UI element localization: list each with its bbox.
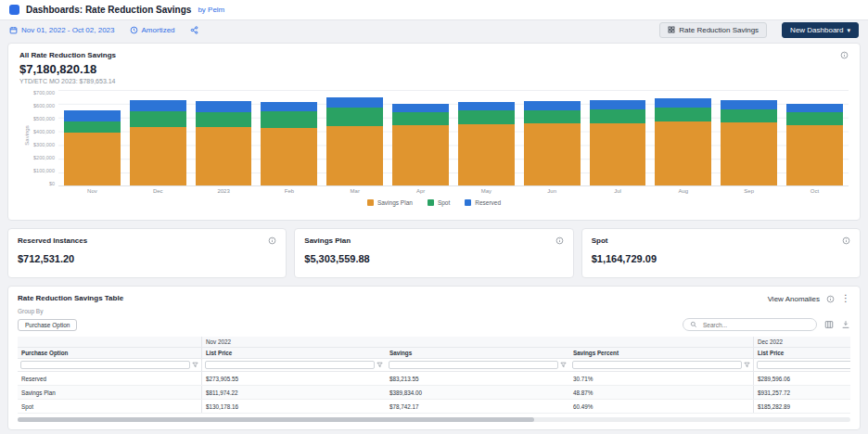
dashboard-select-label: Rate Reduction Savings [679, 26, 759, 34]
info-icon[interactable] [826, 295, 835, 303]
bar-segment-savings-plan[interactable] [392, 125, 449, 185]
bar-segment-reserved[interactable] [392, 104, 449, 112]
download-icon[interactable] [841, 320, 850, 329]
amortized-toggle[interactable]: Amortized [130, 26, 175, 34]
bar-segment-reserved[interactable] [326, 97, 383, 108]
data-cell: 60.49% [569, 400, 754, 414]
bar-segment-savings-plan[interactable] [721, 122, 777, 185]
bar-aug[interactable] [655, 90, 711, 185]
bar-segment-savings-plan[interactable] [130, 127, 186, 185]
column-filter-input[interactable] [572, 361, 742, 369]
column-filter-input[interactable] [757, 361, 850, 369]
dashboard-select-button[interactable]: Rate Reduction Savings [659, 22, 767, 38]
filter-funnel-icon[interactable] [377, 362, 383, 368]
column-filter-input[interactable] [205, 361, 375, 369]
bar-segment-reserved[interactable] [655, 98, 711, 108]
scrollbar-thumb[interactable] [18, 417, 534, 422]
app-logo [9, 5, 19, 15]
table-body: Reserved$273,905.55$83,213.5530.71%$289,… [18, 372, 850, 414]
x-tick-label: Apr [392, 188, 449, 194]
view-anomalies-link[interactable]: View Anomalies [768, 295, 820, 303]
bar-segment-reserved[interactable] [261, 102, 317, 111]
column-filter-input[interactable] [20, 361, 190, 369]
date-range-picker[interactable]: Nov 01, 2022 - Oct 02, 2023 [9, 26, 115, 34]
bar-segment-spot[interactable] [786, 112, 843, 125]
legend-item-reserved[interactable]: Reserved [465, 199, 501, 206]
bar-segment-spot[interactable] [590, 109, 646, 123]
bar-apr[interactable] [392, 90, 449, 185]
bar-segment-savings-plan[interactable] [458, 124, 515, 185]
kebab-menu-icon[interactable]: ⋮ [841, 294, 850, 303]
bar-feb[interactable] [261, 90, 317, 185]
bar-segment-savings-plan[interactable] [196, 127, 252, 185]
filter-funnel-icon[interactable] [192, 362, 198, 368]
bar-segment-spot[interactable] [524, 110, 581, 123]
bar-segment-reserved[interactable] [786, 104, 843, 112]
bar-segment-spot[interactable] [458, 110, 515, 124]
column-header[interactable]: Savings [386, 348, 569, 359]
table-search[interactable] [683, 318, 817, 331]
bar-segment-savings-plan[interactable] [326, 126, 383, 185]
bar-segment-savings-plan[interactable] [655, 121, 711, 185]
bar-segment-spot[interactable] [326, 108, 383, 125]
bar-segment-reserved[interactable] [524, 101, 581, 110]
bar-segment-savings-plan[interactable] [590, 123, 646, 185]
info-icon[interactable] [555, 236, 564, 245]
legend-item-spot[interactable]: Spot [428, 199, 450, 206]
info-icon[interactable] [842, 236, 850, 245]
table-row[interactable]: Reserved$273,905.55$83,213.5530.71%$289,… [18, 372, 850, 386]
bar-segment-spot[interactable] [64, 121, 121, 133]
byline-link[interactable]: by Pelm [198, 6, 224, 14]
bar-nov[interactable] [64, 90, 121, 185]
search-input[interactable] [701, 321, 810, 329]
summary-card-value: $5,303,559.88 [304, 253, 563, 264]
column-filter-input[interactable] [389, 361, 558, 369]
bar-segment-reserved[interactable] [130, 100, 186, 111]
data-cell: 30.71% [569, 372, 754, 386]
bar-segment-spot[interactable] [655, 108, 711, 121]
group-by-chip[interactable]: Purchase Option [18, 319, 77, 331]
filter-funnel-icon[interactable] [744, 362, 750, 368]
table-row[interactable]: Spot$130,178.16$78,742.1760.49%$185,282.… [18, 400, 850, 414]
bar-oct[interactable] [786, 90, 843, 185]
bar-segment-reserved[interactable] [64, 110, 121, 121]
column-header[interactable]: List Price [754, 348, 851, 359]
bar-segment-savings-plan[interactable] [64, 133, 121, 185]
data-cell: 48.87% [569, 386, 754, 400]
bar-mar[interactable] [326, 90, 383, 185]
column-header[interactable]: List Price [202, 348, 387, 359]
bar-segment-spot[interactable] [721, 109, 777, 122]
bar-segment-spot[interactable] [196, 112, 252, 126]
bar-2023[interactable] [196, 90, 252, 185]
columns-icon[interactable] [824, 320, 834, 329]
table-row[interactable]: Savings Plan$811,974.22$389,834.0048.87%… [18, 386, 850, 400]
savings-table-viewport[interactable]: Nov 2022Dec 2022Jan 2023Feb 2023Mar 2023… [18, 337, 850, 414]
share-button[interactable] [190, 26, 198, 34]
bar-segment-spot[interactable] [392, 112, 449, 125]
filter-row [18, 359, 850, 372]
bar-segment-spot[interactable] [261, 111, 317, 129]
bar-segment-spot[interactable] [130, 111, 186, 127]
bar-segment-reserved[interactable] [590, 100, 646, 108]
info-icon[interactable] [840, 51, 849, 59]
legend-item-savings-plan[interactable]: Savings Plan [367, 199, 413, 206]
filter-funnel-icon[interactable] [560, 362, 567, 368]
bar-jun[interactable] [524, 90, 581, 185]
filter-wrap [757, 361, 850, 369]
bar-segment-savings-plan[interactable] [261, 128, 317, 185]
bar-dec[interactable] [130, 90, 186, 185]
legend-swatch [367, 199, 374, 206]
info-icon[interactable] [268, 236, 276, 245]
bar-segment-savings-plan[interactable] [786, 125, 843, 185]
column-header[interactable]: Savings Percent [569, 348, 754, 359]
bar-segment-reserved[interactable] [196, 101, 252, 112]
horizontal-scrollbar[interactable] [18, 417, 850, 422]
bar-segment-savings-plan[interactable] [524, 123, 581, 185]
bar-may[interactable] [458, 90, 515, 185]
bar-jul[interactable] [590, 90, 646, 185]
bar-segment-reserved[interactable] [458, 102, 515, 110]
chevron-down-icon: ▾ [847, 27, 850, 33]
new-dashboard-button[interactable]: New Dashboard ▾ [782, 22, 859, 38]
bar-segment-reserved[interactable] [721, 100, 777, 108]
bar-sep[interactable] [721, 90, 777, 185]
